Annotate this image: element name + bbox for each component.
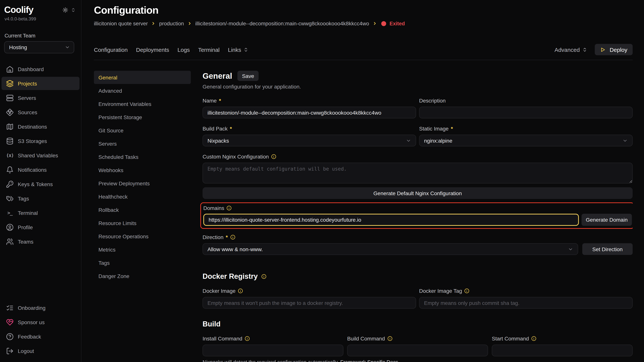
heart-handshake-icon <box>6 318 14 326</box>
sidebar-item-tags[interactable]: Tags <box>2 192 80 205</box>
save-button[interactable]: Save <box>238 71 258 81</box>
help-circle-icon <box>6 333 14 340</box>
framework-docs-link[interactable]: Framework Specific Docs <box>340 359 398 362</box>
breadcrumb-application[interactable]: illicitestonion/-module--decomposition:m… <box>195 20 369 26</box>
chevron-right-icon <box>372 21 377 26</box>
sidebar-item-onboarding[interactable]: Onboarding <box>2 301 80 314</box>
config-nav-advanced[interactable]: Advanced <box>94 84 191 97</box>
current-team-label: Current Team <box>4 33 76 38</box>
docker-image-input[interactable] <box>202 297 416 309</box>
sidebar-item-label: Shared Variables <box>18 152 58 158</box>
home-icon <box>6 65 14 73</box>
info-icon <box>238 288 243 294</box>
required-mark: * <box>230 126 232 132</box>
config-nav-webhooks[interactable]: Webhooks <box>94 163 191 177</box>
theme-toggle-sun-icon[interactable] <box>62 7 68 13</box>
general-form: General Save General configuration for y… <box>202 71 633 362</box>
config-nav-tags[interactable]: Tags <box>94 256 191 269</box>
section-title-general: General <box>202 71 232 80</box>
config-nav-git-source[interactable]: Git Source <box>94 124 191 137</box>
layers-icon <box>6 80 14 87</box>
config-nav-preview-deployments[interactable]: Preview Deployments <box>94 177 191 190</box>
user-circle-icon <box>6 223 14 231</box>
config-nav-healthcheck[interactable]: Healthcheck <box>94 190 191 203</box>
sidebar-item-profile[interactable]: Profile <box>2 221 80 234</box>
name-label: Name* <box>202 98 416 104</box>
breadcrumb-project[interactable]: illicitonion quote server <box>94 20 148 26</box>
tab-logs[interactable]: Logs <box>178 46 190 53</box>
custom-nginx-label: Custom Nginx Configuration <box>202 154 633 160</box>
description-input[interactable] <box>419 107 633 118</box>
config-nav-danger-zone[interactable]: Danger Zone <box>94 269 191 283</box>
sidebar-item-label: Servers <box>18 95 36 101</box>
docker-image-tag-input[interactable] <box>419 297 633 309</box>
direction-select[interactable]: Allow www & non-www. <box>202 243 578 255</box>
team-select-value: Hosting <box>9 44 27 50</box>
chevron-down-icon <box>622 138 628 143</box>
sidebar-item-shared-variables[interactable]: (x) Shared Variables <box>2 149 80 162</box>
configuration-content: General Advanced Environment Variables P… <box>94 71 633 362</box>
config-nav-resource-operations[interactable]: Resource Operations <box>94 230 191 243</box>
config-nav-rollback[interactable]: Rollback <box>94 203 191 216</box>
install-command-input[interactable] <box>202 345 344 356</box>
domains-label: Domains <box>203 205 632 211</box>
config-subnav: General Advanced Environment Variables P… <box>94 71 191 362</box>
required-mark: * <box>219 98 221 104</box>
sidebar-item-terminal[interactable]: >_ Terminal <box>2 206 80 219</box>
sidebar-item-notifications[interactable]: Notifications <box>2 163 80 176</box>
sidebar-item-servers[interactable]: Servers <box>2 91 80 104</box>
generate-domain-button[interactable]: Generate Domain <box>582 214 632 226</box>
build-pack-label: Build Pack* <box>202 126 416 132</box>
sidebar-bottom-nav: Onboarding Sponsor us Feedback Logout <box>0 301 81 362</box>
required-mark: * <box>226 234 228 240</box>
domains-input[interactable] <box>203 214 579 226</box>
chevrons-up-down-icon <box>244 47 248 52</box>
sidebar-item-sponsor-us[interactable]: Sponsor us <box>2 316 80 329</box>
sidebar-item-teams[interactable]: Teams <box>2 235 80 248</box>
info-icon <box>261 274 266 279</box>
config-nav-servers[interactable]: Servers <box>94 137 191 150</box>
info-icon <box>244 336 250 341</box>
generate-nginx-button[interactable]: Generate Default Nginx Configuration <box>202 187 633 199</box>
set-direction-button[interactable]: Set Direction <box>582 243 633 255</box>
sidebar-item-sources[interactable]: Sources <box>2 105 80 119</box>
breadcrumb-environment[interactable]: production <box>159 20 184 26</box>
server-icon <box>6 94 14 102</box>
advanced-menu[interactable]: Advanced <box>554 46 587 53</box>
sidebar-item-label: Tags <box>18 195 29 201</box>
config-nav-general[interactable]: General <box>94 71 191 84</box>
deploy-button[interactable]: Deploy <box>595 44 633 55</box>
sidebar-item-destinations[interactable]: Destinations <box>2 120 80 133</box>
custom-nginx-textarea[interactable] <box>202 163 633 183</box>
tab-deployments[interactable]: Deployments <box>136 46 169 53</box>
info-icon <box>531 336 536 341</box>
tab-links[interactable]: Links <box>228 46 248 53</box>
config-nav-persistent-storage[interactable]: Persistent Storage <box>94 110 191 124</box>
sidebar-item-s3-storages[interactable]: S3 Storages <box>2 134 80 148</box>
git-source-icon <box>6 108 14 116</box>
config-nav-resource-limits[interactable]: Resource Limits <box>94 216 191 230</box>
info-icon <box>226 205 232 211</box>
chevrons-up-down-icon[interactable] <box>71 7 76 12</box>
sidebar-item-feedback[interactable]: Feedback <box>2 330 80 343</box>
config-nav-environment-variables[interactable]: Environment Variables <box>94 97 191 110</box>
sidebar-item-projects[interactable]: Projects <box>2 77 80 90</box>
config-nav-metrics[interactable]: Metrics <box>94 243 191 256</box>
info-icon <box>230 235 235 240</box>
build-command-input[interactable] <box>347 345 488 356</box>
description-label: Description <box>419 98 633 104</box>
tab-terminal[interactable]: Terminal <box>198 46 220 53</box>
sidebar-item-keys-tokens[interactable]: Keys & Tokens <box>2 177 80 191</box>
docker-image-label: Docker Image <box>202 288 416 294</box>
config-nav-scheduled-tasks[interactable]: Scheduled Tasks <box>94 150 191 163</box>
list-checks-icon <box>6 304 14 312</box>
tab-configuration[interactable]: Configuration <box>94 46 128 53</box>
team-select[interactable]: Hosting <box>4 41 74 53</box>
build-pack-select[interactable]: Nixpacks <box>202 135 416 146</box>
static-image-select[interactable]: nginx:alpine <box>419 135 633 146</box>
start-command-input[interactable] <box>492 345 633 356</box>
sidebar-item-logout[interactable]: Logout <box>2 344 80 358</box>
name-input[interactable] <box>202 107 416 118</box>
section-title-docker-registry: Docker Registry <box>202 272 633 281</box>
sidebar-item-dashboard[interactable]: Dashboard <box>2 62 80 76</box>
